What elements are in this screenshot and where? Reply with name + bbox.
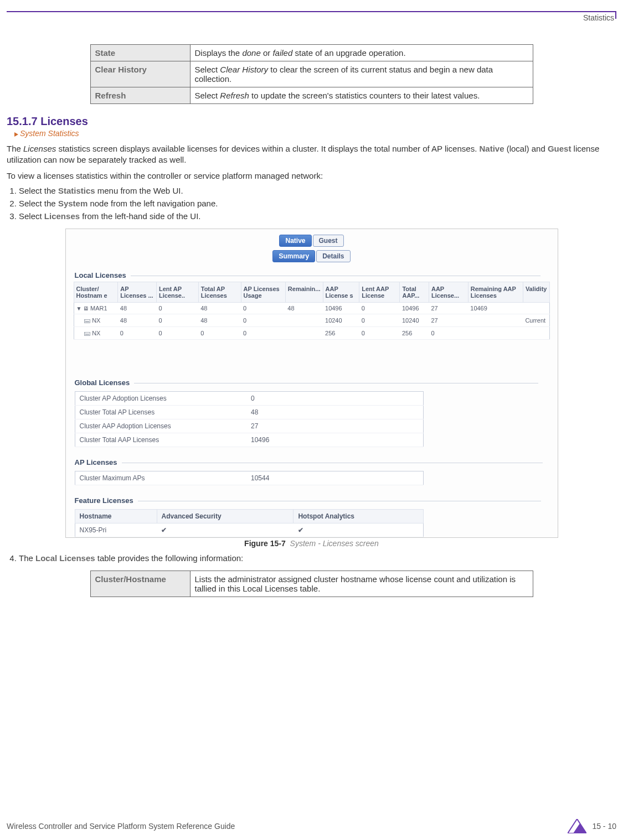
global-licenses-table: Cluster AP Adoption Licenses0Cluster Tot… (75, 391, 424, 447)
col-header[interactable]: Validity (523, 282, 549, 302)
table-row: Cluster Maximum APs10544 (75, 471, 423, 485)
feature-licenses-table: HostnameAdvanced SecurityHotspot Analyti… (75, 509, 424, 537)
step-item: Select Licenses from the left-hand side … (19, 211, 616, 221)
server-icon: 🖴 (76, 329, 92, 337)
svg-marker-0 (14, 132, 18, 137)
triangle-right-icon (14, 132, 19, 137)
col-header[interactable]: Cluster/ Hostnam e (74, 282, 118, 302)
table-row: Cluster Total AAP Licenses10496 (75, 433, 423, 447)
server-icon: 🖴 (76, 317, 92, 324)
table-row: NX95-Pri✔✔ (75, 523, 423, 537)
col-header[interactable]: Lent AP License.. (157, 282, 199, 302)
ap-licenses-table: Cluster Maximum APs10544 (75, 471, 424, 485)
desc-cell: Select Clear History to clear the screen… (190, 61, 533, 87)
col-header[interactable]: Remaining AAP Licenses (468, 282, 523, 302)
desc-cell: Select Refresh to update the screen's st… (190, 87, 533, 104)
svg-marker-2 (573, 823, 586, 833)
tab-native[interactable]: Native (279, 235, 311, 247)
step-item: Select the System node from the left nav… (19, 199, 616, 208)
tab-details[interactable]: Details (316, 250, 350, 262)
licenses-screenshot-figure: NativeGuest SummaryDetails Local License… (65, 229, 558, 538)
col-header[interactable]: Total AP Licenses (198, 282, 241, 302)
desc-cell: Displays the done or failed state of an … (190, 45, 533, 61)
term-cell: Refresh (90, 87, 190, 104)
col-header[interactable]: Remainin... (285, 282, 323, 302)
definition-table-bottom: Cluster/HostnameLists the administrator … (90, 571, 533, 597)
feature-licenses-title: Feature Licenses (66, 491, 558, 507)
definition-table-top: StateDisplays the done or failed state o… (90, 44, 533, 104)
steps-list: Select the Statistics menu from the Web … (7, 186, 616, 221)
page-number: 15 - 10 (592, 822, 616, 831)
figure-caption: Figure 15-7 System - Licenses screen (7, 539, 616, 548)
local-licenses-title: Local Licenses (66, 266, 558, 282)
intro-paragraph-1: The Licenses statistics screen displays … (7, 143, 616, 166)
term-cell: Clear History (90, 61, 190, 87)
brand-logo-icon (568, 819, 586, 833)
table-row[interactable]: 🖴 NX4804801024001024027Current (74, 314, 549, 326)
col-header[interactable]: AAP License... (429, 282, 468, 302)
breadcrumb[interactable]: System Statistics (14, 129, 616, 138)
check-icon: ✔ (294, 523, 423, 537)
step-item: Select the Statistics menu from the Web … (19, 186, 616, 195)
term-cell: Cluster/Hostname (90, 571, 190, 597)
expand-icon: ▼ 🖥 (76, 305, 90, 312)
global-licenses-title: Global Licenses (66, 373, 558, 389)
col-header[interactable]: Total AAP... (400, 282, 429, 302)
desc-cell: Lists the administrator assigned cluster… (190, 571, 533, 597)
col-header[interactable]: AAP License s (323, 282, 359, 302)
page-header-label: Statistics (7, 11, 616, 22)
step-4: The Local Licenses table provides the fo… (7, 553, 616, 563)
term-cell: State (90, 45, 190, 61)
col-header[interactable]: Hostname (75, 509, 157, 523)
table-row: Cluster AP Adoption Licenses0 (75, 391, 423, 405)
ap-licenses-title: AP Licenses (66, 453, 558, 469)
table-row: Cluster AAP Adoption Licenses27 (75, 419, 423, 433)
tab-summary[interactable]: Summary (272, 250, 315, 262)
col-header[interactable]: AP Licenses ... (118, 282, 157, 302)
table-row[interactable]: 🖴 NX000025602560 (74, 326, 549, 339)
tab-guest[interactable]: Guest (313, 235, 344, 247)
table-row: Cluster Total AP Licenses48 (75, 405, 423, 419)
intro-paragraph-2: To view a licenses statistics within the… (7, 170, 616, 182)
col-header[interactable]: Hotspot Analytics (294, 509, 423, 523)
section-heading: 15.1.7 Licenses (7, 115, 616, 128)
local-licenses-table: Cluster/ Hostnam eAP Licenses ...Lent AP… (74, 282, 550, 340)
check-icon: ✔ (157, 523, 294, 537)
col-header[interactable]: Advanced Security (157, 509, 294, 523)
page-footer: Wireless Controller and Service Platform… (7, 819, 616, 833)
footer-guide-title: Wireless Controller and Service Platform… (7, 822, 235, 831)
col-header[interactable]: Lent AAP License (359, 282, 400, 302)
table-row[interactable]: ▼ 🖥 MAR148048048104960104962710469 (74, 302, 549, 314)
col-header[interactable]: AP Licenses Usage (241, 282, 285, 302)
